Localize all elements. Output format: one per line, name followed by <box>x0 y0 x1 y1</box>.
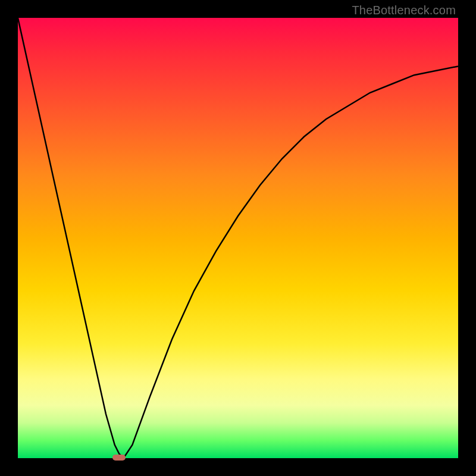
chart-frame: TheBottleneck.com <box>0 0 476 476</box>
optimum-marker <box>112 455 126 461</box>
watermark-text: TheBottleneck.com <box>352 4 456 17</box>
bottleneck-curve <box>18 18 458 458</box>
curve-svg <box>18 18 458 458</box>
